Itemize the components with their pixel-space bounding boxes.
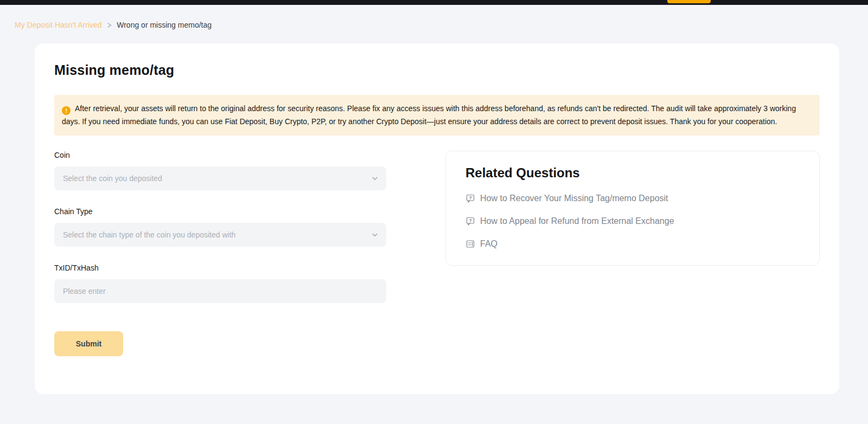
top-nav-accent-button[interactable] [667, 0, 711, 3]
chevron-down-icon [371, 175, 379, 182]
related-questions-card: Related Questions ? How to Recover Your … [445, 151, 820, 266]
related-question-label: How to Recover Your Missing Tag/memo Dep… [480, 194, 668, 203]
page-title: Missing memo/tag [54, 62, 820, 78]
related-faq-link[interactable]: FAQ [465, 239, 800, 249]
notice-banner: !After retrieval, your assets will retur… [54, 95, 820, 136]
content-row: Coin Select the coin you deposited Chain… [54, 151, 820, 356]
faq-article-icon [465, 239, 475, 249]
chain-type-select[interactable]: Select the chain type of the coin you de… [54, 223, 386, 247]
related-question-label: How to Appeal for Refund from External E… [480, 216, 674, 226]
submit-button[interactable]: Submit [54, 331, 123, 356]
field-group-chain-type: Chain Type Select the chain type of the … [54, 207, 386, 247]
chain-type-label: Chain Type [54, 207, 386, 216]
top-nav-bar [0, 0, 868, 5]
txid-input[interactable] [54, 279, 386, 303]
breadcrumb: My Deposit Hasn't Arrived > Wrong or mis… [15, 20, 868, 30]
txid-label: TxID/TxHash [54, 264, 386, 272]
coin-label: Coin [54, 151, 386, 159]
breadcrumb-current: Wrong or missing memo/tag [117, 21, 212, 29]
chevron-down-icon [371, 231, 379, 239]
chain-type-select-placeholder: Select the chain type of the coin you de… [63, 230, 235, 239]
main-card: Missing memo/tag !After retrieval, your … [35, 43, 839, 394]
breadcrumb-separator-icon: > [107, 20, 112, 30]
related-faq-label: FAQ [480, 239, 497, 249]
question-article-icon: ? [465, 216, 475, 226]
breadcrumb-parent-link[interactable]: My Deposit Hasn't Arrived [15, 21, 102, 29]
related-question-link[interactable]: ? How to Appeal for Refund from External… [465, 216, 800, 226]
related-question-link[interactable]: ? How to Recover Your Missing Tag/memo D… [465, 194, 800, 203]
alert-icon: ! [62, 106, 71, 115]
field-group-txid: TxID/TxHash [54, 264, 386, 303]
svg-text:?: ? [469, 218, 471, 223]
coin-select[interactable]: Select the coin you deposited [54, 166, 386, 190]
deposit-form: Coin Select the coin you deposited Chain… [54, 151, 386, 356]
coin-select-placeholder: Select the coin you deposited [63, 174, 162, 183]
field-group-coin: Coin Select the coin you deposited [54, 151, 386, 190]
notice-text: After retrieval, your assets will return… [62, 104, 796, 126]
svg-text:?: ? [469, 195, 471, 201]
related-questions-title: Related Questions [465, 165, 800, 181]
question-article-icon: ? [465, 194, 475, 203]
